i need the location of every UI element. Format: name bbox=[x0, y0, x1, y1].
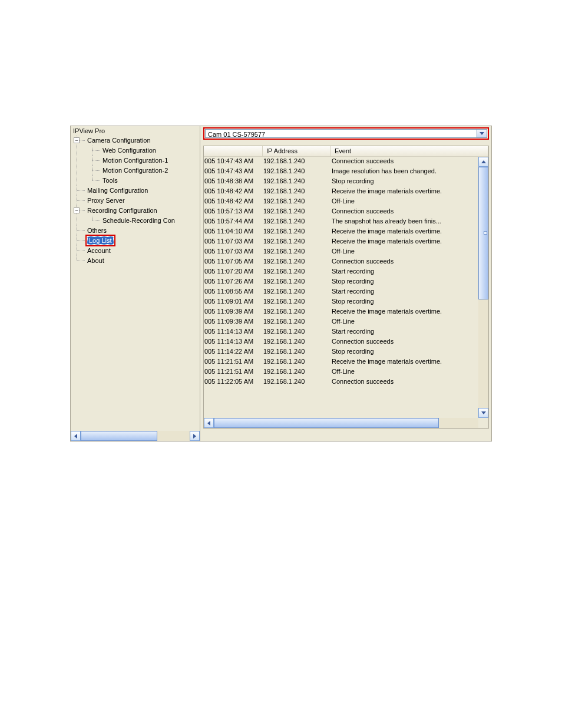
table-row[interactable]: 005 11:04:10 AM192.168.1.240Receive the … bbox=[204, 227, 478, 237]
cell-ip: 192.168.1.240 bbox=[263, 307, 331, 317]
cell-ip: 192.168.1.240 bbox=[263, 297, 331, 307]
scroll-track[interactable] bbox=[214, 418, 478, 428]
scroll-thumb[interactable] bbox=[478, 167, 488, 299]
table-row[interactable]: 005 11:08:55 AM192.168.1.240Start record… bbox=[204, 287, 478, 297]
table-hscrollbar[interactable] bbox=[204, 418, 488, 428]
scroll-left-button[interactable] bbox=[71, 431, 81, 441]
cell-event: Connection succeeds bbox=[331, 157, 478, 167]
cell-ip: 192.168.1.240 bbox=[263, 347, 331, 357]
scroll-thumb[interactable] bbox=[214, 418, 439, 428]
cell-time: 005 10:47:43 AM bbox=[204, 167, 263, 177]
table-row[interactable]: 005 11:07:20 AM192.168.1.240Start record… bbox=[204, 267, 478, 277]
nav-tree: − Camera Configuration Web Configuration… bbox=[71, 136, 200, 266]
cell-time: 005 11:09:39 AM bbox=[204, 307, 263, 317]
cell-event: Start recording bbox=[331, 327, 478, 337]
cell-time: 005 11:09:39 AM bbox=[204, 317, 263, 327]
cell-ip: 192.168.1.240 bbox=[263, 167, 331, 177]
cell-ip: 192.168.1.240 bbox=[263, 267, 331, 277]
cell-time: 005 11:07:05 AM bbox=[204, 257, 263, 267]
cell-event: Image resolution has been changed. bbox=[331, 167, 478, 177]
tree-item-others[interactable]: Others bbox=[77, 226, 200, 236]
col-header-time[interactable] bbox=[204, 146, 263, 156]
sidebar-hscrollbar[interactable] bbox=[71, 431, 200, 441]
cell-time: 005 11:09:01 AM bbox=[204, 297, 263, 307]
cell-event: Connection succeeds bbox=[331, 207, 478, 217]
cell-ip: 192.168.1.240 bbox=[263, 227, 331, 237]
tree-item-camera-config[interactable]: − Camera Configuration Web Configuration… bbox=[77, 136, 200, 186]
cell-ip: 192.168.1.240 bbox=[263, 237, 331, 247]
camera-select[interactable]: Cam 01 CS-579577 bbox=[205, 129, 487, 138]
cell-ip: 192.168.1.240 bbox=[263, 177, 331, 187]
table-row[interactable]: 005 11:07:26 AM192.168.1.240Stop recordi… bbox=[204, 277, 478, 287]
table-row[interactable]: 005 11:21:51 AM192.168.1.240Receive the … bbox=[204, 357, 478, 367]
scroll-right-button[interactable] bbox=[190, 431, 200, 441]
scroll-thumb[interactable] bbox=[81, 431, 157, 441]
log-table: IP Address Event 005 10:47:43 AM192.168.… bbox=[203, 146, 489, 429]
cell-ip: 192.168.1.240 bbox=[263, 287, 331, 297]
scroll-track[interactable] bbox=[81, 431, 190, 441]
tree-item-web-config[interactable]: Web Configuration bbox=[92, 146, 200, 156]
table-row[interactable]: 005 10:47:43 AM192.168.1.240Image resolu… bbox=[204, 167, 478, 177]
table-vscrollbar[interactable] bbox=[478, 157, 488, 418]
minus-icon[interactable]: − bbox=[74, 137, 80, 143]
cell-ip: 192.168.1.240 bbox=[263, 217, 331, 227]
cell-time: 005 10:57:44 AM bbox=[204, 217, 263, 227]
cell-time: 005 11:08:55 AM bbox=[204, 287, 263, 297]
chevron-left-icon bbox=[74, 434, 77, 439]
tree-item-account[interactable]: Account bbox=[77, 246, 200, 256]
cell-event: Receive the image materials overtime. bbox=[331, 237, 478, 247]
cell-event: Stop recording bbox=[331, 277, 478, 287]
chevron-down-icon bbox=[480, 132, 484, 135]
tree-item-recording[interactable]: − Recording Configuration Schedule-Recor… bbox=[77, 206, 200, 226]
table-row[interactable]: 005 11:21:51 AM192.168.1.240Off-Line bbox=[204, 367, 478, 377]
cell-time: 005 11:07:03 AM bbox=[204, 237, 263, 247]
tree-label-camera-config[interactable]: Camera Configuration bbox=[87, 137, 151, 144]
table-row[interactable]: 005 11:07:03 AM192.168.1.240Off-Line bbox=[204, 247, 478, 257]
col-header-event[interactable]: Event bbox=[331, 146, 488, 156]
table-row[interactable]: 005 10:48:38 AM192.168.1.240Stop recordi… bbox=[204, 177, 478, 187]
cell-ip: 192.168.1.240 bbox=[263, 327, 331, 337]
cell-time: 005 10:48:38 AM bbox=[204, 177, 263, 187]
scroll-up-button[interactable] bbox=[478, 157, 488, 167]
table-row[interactable]: 005 11:09:39 AM192.168.1.240Off-Line bbox=[204, 317, 478, 327]
table-row[interactable]: 005 10:47:43 AM192.168.1.240Connection s… bbox=[204, 157, 478, 167]
cell-time: 005 11:07:20 AM bbox=[204, 267, 263, 277]
table-row[interactable]: 005 11:14:22 AM192.168.1.240Stop recordi… bbox=[204, 347, 478, 357]
table-row[interactable]: 005 11:09:39 AM192.168.1.240Receive the … bbox=[204, 307, 478, 317]
table-row[interactable]: 005 11:14:13 AM192.168.1.240Start record… bbox=[204, 327, 478, 337]
table-row[interactable]: 005 10:57:13 AM192.168.1.240Connection s… bbox=[204, 207, 478, 217]
cell-event: Receive the image materials overtime. bbox=[331, 227, 478, 237]
col-header-ip[interactable]: IP Address bbox=[263, 146, 331, 156]
scroll-left-button[interactable] bbox=[204, 418, 214, 428]
table-row[interactable]: 005 10:57:44 AM192.168.1.240The snapshot… bbox=[204, 217, 478, 227]
table-row[interactable]: 005 10:48:42 AM192.168.1.240Receive the … bbox=[204, 187, 478, 197]
table-body: 005 10:47:43 AM192.168.1.240Connection s… bbox=[204, 157, 478, 418]
cell-time: 005 11:07:26 AM bbox=[204, 277, 263, 287]
tree-item-about[interactable]: About bbox=[77, 256, 200, 266]
cell-ip: 192.168.1.240 bbox=[263, 207, 331, 217]
tree-item-tools[interactable]: Tools bbox=[92, 176, 200, 186]
table-row[interactable]: 005 11:07:05 AM192.168.1.240Connection s… bbox=[204, 257, 478, 267]
cell-ip: 192.168.1.240 bbox=[263, 357, 331, 367]
scroll-track[interactable] bbox=[478, 167, 488, 408]
table-row[interactable]: 005 11:09:01 AM192.168.1.240Stop recordi… bbox=[204, 297, 478, 307]
tree-item-motion-2[interactable]: Motion Configuration-2 bbox=[92, 166, 200, 176]
chevron-right-icon bbox=[193, 434, 196, 439]
cell-event: Receive the image materials overtime. bbox=[331, 357, 478, 367]
tree-item-schedule-rec[interactable]: Schedule-Recording Con bbox=[92, 216, 200, 226]
tree-item-log-list[interactable]: Log List bbox=[77, 236, 200, 246]
cell-time: 005 10:47:43 AM bbox=[204, 157, 263, 167]
scroll-down-button[interactable] bbox=[478, 408, 488, 418]
table-row[interactable]: 005 10:48:42 AM192.168.1.240Off-Line bbox=[204, 197, 478, 207]
table-row[interactable]: 005 11:07:03 AM192.168.1.240Receive the … bbox=[204, 237, 478, 247]
minus-icon[interactable]: − bbox=[74, 207, 80, 213]
tree-label-log-list[interactable]: Log List bbox=[87, 236, 114, 245]
tree-item-proxy[interactable]: Proxy Server bbox=[77, 196, 200, 206]
cell-ip: 192.168.1.240 bbox=[263, 257, 331, 267]
tree-item-mailing[interactable]: Mailing Configuration bbox=[77, 186, 200, 196]
app-title: IPView Pro bbox=[71, 126, 200, 136]
table-row[interactable]: 005 11:22:05 AM192.168.1.240Connection s… bbox=[204, 377, 478, 387]
tree-item-motion-1[interactable]: Motion Configuration-1 bbox=[92, 156, 200, 166]
dropdown-button[interactable] bbox=[477, 130, 487, 137]
table-row[interactable]: 005 11:14:13 AM192.168.1.240Connection s… bbox=[204, 337, 478, 347]
